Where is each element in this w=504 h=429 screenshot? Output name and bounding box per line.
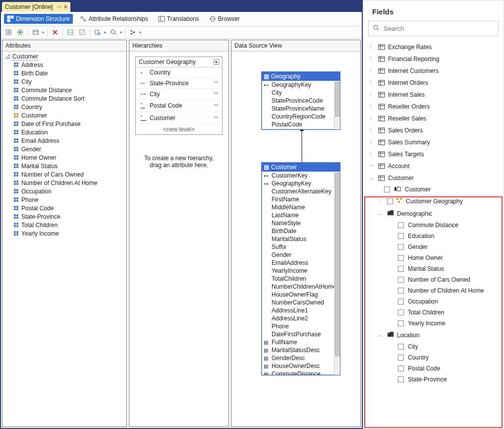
attribute-item[interactable]: Yearly Income <box>12 229 125 238</box>
dsv-column[interactable]: ⊷GeographyKey <box>262 81 340 89</box>
fields-table[interactable]: 〉Reseller Sales <box>363 113 504 124</box>
toolbar-delete-icon[interactable] <box>51 28 59 37</box>
fields-table[interactable]: 〉Sales Targets <box>363 148 504 160</box>
fields-table[interactable]: 〉Sales Orders <box>363 124 504 136</box>
hierarchy-level[interactable]: • ••City︾ <box>136 89 222 100</box>
attribute-item[interactable]: Occupation <box>12 187 125 195</box>
chevron-icon[interactable]: ﹀ <box>369 163 375 170</box>
fields-table[interactable]: 〉Internet Sales <box>363 89 504 101</box>
dsv-column[interactable]: City <box>262 89 340 97</box>
dsv-column[interactable]: YearlyIncome <box>262 267 340 275</box>
fields-table[interactable]: ﹀Account <box>363 160 504 172</box>
attribute-item[interactable]: Address <box>12 61 125 69</box>
dsv-column[interactable]: BirthDate <box>262 227 340 235</box>
toolbar-table-icon[interactable] <box>66 28 75 37</box>
attribute-item[interactable]: Marital Status <box>12 162 125 170</box>
fields-table[interactable]: 〉Sales Summary <box>363 136 504 148</box>
toolbar-process-icon[interactable] <box>16 28 25 37</box>
dsv-column[interactable]: LastName <box>262 211 340 219</box>
hierarchy-new-level[interactable]: <new level> <box>136 124 222 134</box>
dsv-column[interactable]: ▤CommuteDistance <box>262 370 340 375</box>
fields-field-customer[interactable]: Customer <box>363 184 504 195</box>
chevron-icon[interactable]: 〉 <box>369 79 375 86</box>
toolbar-tree-icon[interactable] <box>128 28 137 37</box>
close-icon[interactable]: × <box>64 3 67 10</box>
chevron-icon[interactable]: 〉 <box>369 127 375 134</box>
tab-browser[interactable]: Browser <box>206 14 243 24</box>
dsv-column[interactable]: NumberChildrenAtHome <box>262 283 340 291</box>
hierarchy-level[interactable]: • ••••Customer︾ <box>136 112 222 124</box>
dsv-column[interactable]: EmailAddress <box>262 259 340 267</box>
dsv-column[interactable]: HouseOwnerFlag <box>262 291 340 299</box>
dsv-column[interactable]: AddressLine2 <box>262 314 340 322</box>
attribute-item[interactable]: Customer <box>12 111 125 120</box>
attribute-item[interactable]: Email Address <box>12 136 125 145</box>
attribute-item[interactable]: Date of First Purchase <box>12 120 125 128</box>
toolbar-view-icon[interactable] <box>31 28 40 37</box>
toolbar-zoom-icon[interactable] <box>109 28 118 37</box>
fields-table[interactable]: 〉Internet Orders <box>363 77 504 89</box>
toolbar-find-icon[interactable] <box>93 28 102 37</box>
dsv-column[interactable]: StateProvinceCode <box>262 97 340 105</box>
dsv-column[interactable]: ⊷CustomerKey <box>262 172 340 180</box>
fields-table[interactable]: 〉Financial Reporting <box>363 53 504 65</box>
hierarchy-expand-icon[interactable]: ▾ <box>214 59 219 65</box>
dsv-canvas[interactable]: ▦Geography ⊷GeographyKeyCityStateProvinc… <box>231 52 360 427</box>
dsv-column[interactable]: Phone <box>262 322 340 330</box>
attribute-item[interactable]: Commute Distance Sort <box>12 94 125 103</box>
fields-table[interactable]: 〉Exchange Rates <box>363 41 504 53</box>
dsv-column[interactable]: MaritalStatus <box>262 235 340 243</box>
dsv-column[interactable]: ▤GenderDesc <box>262 354 340 362</box>
toolbar-add-icon[interactable]: a <box>4 28 13 37</box>
checkbox[interactable] <box>384 186 390 192</box>
attribute-item[interactable]: Commute Distance <box>12 86 125 94</box>
pin-icon[interactable]: ⊣ <box>56 3 61 10</box>
dsv-column[interactable]: NumberCarsOwned <box>262 299 340 306</box>
dsv-column[interactable]: DateFirstPurchase <box>262 330 340 338</box>
attributes-tree[interactable]: Customer AddressBirth DateCityCommute Di… <box>2 52 126 427</box>
hierarchy-level[interactable]: • •••Postal Code︾ <box>136 100 222 112</box>
search-input[interactable] <box>384 25 494 32</box>
fields-search[interactable] <box>368 21 499 36</box>
chevron-icon[interactable]: 〉 <box>369 103 375 110</box>
dsv-column[interactable]: TotalChildren <box>262 275 340 283</box>
fields-table-customer[interactable]: ︿Customer <box>363 172 504 184</box>
attribute-item[interactable]: Number of Children At Home <box>12 179 125 187</box>
attribute-item[interactable]: Number of Cars Owned <box>12 170 125 179</box>
attribute-item[interactable]: Home Owner <box>12 153 125 162</box>
hierarchy-level[interactable]: •Country <box>136 67 222 78</box>
attribute-item[interactable]: Phone <box>12 195 125 204</box>
chevron-icon[interactable]: 〉 <box>369 151 375 158</box>
attribute-item[interactable]: Birth Date <box>12 69 125 77</box>
dsv-column[interactable]: ▤FullName <box>262 338 340 346</box>
dsv-column[interactable]: ⊶GeographyKey <box>262 180 340 187</box>
dsv-table-customer[interactable]: ▦Customer ⊷CustomerKey⊶GeographyKeyCusto… <box>261 162 340 375</box>
dsv-column[interactable]: NameStyle <box>262 219 340 227</box>
chevron-icon[interactable]: 〉 <box>369 91 375 98</box>
chevron-icon[interactable]: 〉 <box>369 115 375 122</box>
dsv-column[interactable]: Suffix <box>262 243 340 251</box>
dsv-column[interactable]: Gender <box>262 251 340 259</box>
dsv-column[interactable]: StateProvinceName <box>262 105 340 113</box>
dsv-column[interactable]: MiddleName <box>262 203 340 211</box>
attribute-root[interactable]: Customer <box>3 53 125 61</box>
tab-attribute-relationships[interactable]: Attribute Relationships <box>77 14 151 24</box>
attribute-item[interactable]: Country <box>12 103 125 111</box>
attribute-item[interactable]: Postal Code <box>12 204 125 212</box>
hierarchy-level[interactable]: • •State-Province︾ <box>136 78 222 89</box>
attribute-item[interactable]: City <box>12 77 125 86</box>
hierarchy-title-row[interactable]: Customer Geography ▾ <box>136 57 222 67</box>
toolbar-edit-icon[interactable] <box>78 28 87 37</box>
attribute-item[interactable]: State-Province <box>12 212 125 221</box>
tab-translations[interactable]: Translations <box>155 14 202 24</box>
attribute-item[interactable]: Education <box>12 128 125 136</box>
dsv-column[interactable]: ▤HouseOwnerDesc <box>262 362 340 370</box>
dsv-column[interactable]: CustomerAlternateKey <box>262 187 340 195</box>
dsv-column[interactable]: ▤MaritalStatusDesc <box>262 346 340 354</box>
attribute-item[interactable]: Gender <box>12 145 125 153</box>
chevron-icon[interactable]: 〉 <box>369 67 375 74</box>
hierarchy-box[interactable]: Customer Geography ▾ •Country• •State-Pr… <box>135 57 223 135</box>
document-tab[interactable]: Customer [Online] ⊣ × <box>2 2 70 12</box>
fields-table[interactable]: 〉Reseller Orders <box>363 101 504 113</box>
dsv-column[interactable]: EnglishCountryRegionName <box>262 128 340 129</box>
